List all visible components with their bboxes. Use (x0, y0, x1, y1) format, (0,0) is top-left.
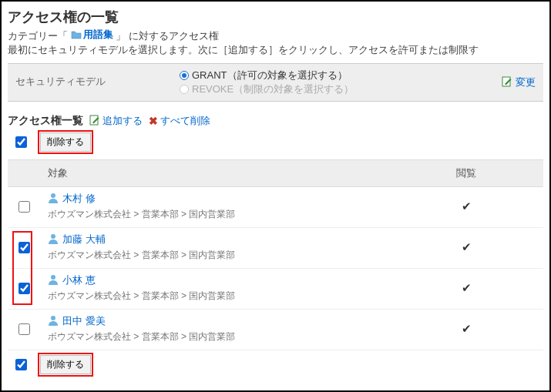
toolbar-top: 削除する (8, 132, 543, 152)
person-icon (48, 233, 59, 246)
security-model-box: セキュリティモデル GRANT（許可の対象を選択する） REVOKE（制限の対象… (8, 63, 543, 102)
svg-point-5 (51, 316, 55, 320)
delete-all-label: すべて削除 (160, 114, 210, 128)
person-icon (48, 315, 59, 328)
target-path: ボウズマン株式会社 > 営業本部 > 国内営業部 (48, 249, 381, 262)
target-link[interactable]: 小林 恵 (48, 273, 96, 287)
highlight-checked-rows (12, 231, 32, 305)
delete-all-link[interactable]: ✖ すべて削除 (149, 114, 210, 128)
folder-icon (71, 30, 82, 39)
delete-button-top[interactable]: 削除する (40, 132, 91, 152)
security-model-revoke-row: REVOKE（制限の対象を選択する） (180, 82, 488, 96)
section-head: アクセス権一覧 追加する ✖ すべて削除 (8, 114, 543, 128)
section-title: アクセス権一覧 (8, 114, 83, 128)
target-name: 田中 愛美 (62, 314, 106, 328)
master-checkbox-bottom[interactable] (15, 359, 27, 370)
subhead-line2: 最初にセキュリティモデルを選択します。次に［追加する］をクリックし、アクセスを許… (8, 44, 479, 55)
view-check-icon: ✔ (462, 199, 472, 213)
page-title: アクセス権の一覧 (8, 8, 543, 26)
security-model-label: セキュリティモデル (8, 64, 173, 101)
target-name: 木村 修 (62, 192, 96, 206)
col-header-view: 閲覧 (389, 160, 543, 187)
svg-point-4 (51, 275, 55, 280)
table-row: 小林 恵ボウズマン株式会社 > 営業本部 > 国内営業部✔ (8, 269, 543, 310)
grant-label: GRANT（許可の対象を選択する） (192, 69, 348, 82)
row-checkbox[interactable] (18, 323, 30, 335)
toolbar-bottom: 削除する (8, 355, 543, 374)
delete-button-bottom[interactable]: 削除する (40, 355, 91, 374)
change-link[interactable]: 変更 (516, 75, 536, 89)
target-link[interactable]: 木村 修 (48, 192, 96, 206)
target-name: 小林 恵 (62, 273, 96, 287)
target-path: ボウズマン株式会社 > 営業本部 > 国内営業部 (48, 330, 381, 343)
svg-point-2 (51, 193, 55, 198)
subhead-suffix: 」 に対するアクセス権 (116, 30, 219, 42)
permissions-table: 対象 閲覧 木村 修ボウズマン株式会社 > 営業本部 > 国内営業部✔加藤 大輔… (8, 159, 543, 350)
radio-grant (180, 71, 189, 80)
add-label: 追加する (102, 114, 143, 128)
category-link[interactable]: 用語集 (71, 28, 113, 42)
person-icon (48, 274, 59, 287)
revoke-label: REVOKE（制限の対象を選択する） (192, 82, 354, 96)
target-path: ボウズマン株式会社 > 営業本部 > 国内営業部 (48, 290, 381, 303)
svg-point-3 (51, 234, 55, 239)
target-path: ボウズマン株式会社 > 営業本部 > 国内営業部 (48, 208, 381, 221)
subhead: カテゴリー「 用語集 」 に対するアクセス権 最初にセキュリティモデルを選択しま… (8, 28, 543, 57)
security-model-grant-row: GRANT（許可の対象を選択する） (180, 69, 488, 82)
target-link[interactable]: 田中 愛美 (48, 314, 106, 328)
add-icon (89, 115, 100, 128)
table-row: 木村 修ボウズマン株式会社 > 営業本部 > 国内営業部✔ (8, 187, 543, 228)
x-icon: ✖ (149, 115, 158, 127)
target-name: 加藤 大輔 (62, 233, 106, 246)
category-name: 用語集 (83, 28, 113, 42)
table-row: 加藤 大輔ボウズマン株式会社 > 営業本部 > 国内営業部✔ (8, 228, 543, 269)
person-icon (48, 193, 59, 206)
col-header-target: 対象 (40, 160, 389, 187)
radio-revoke (180, 85, 189, 94)
subhead-prefix: カテゴリー「 (8, 30, 68, 42)
table-row: 田中 愛美ボウズマン株式会社 > 営業本部 > 国内営業部✔ (8, 310, 543, 350)
view-check-icon: ✔ (462, 240, 472, 253)
master-checkbox-top[interactable] (15, 136, 27, 148)
target-link[interactable]: 加藤 大輔 (48, 233, 106, 246)
add-link[interactable]: 追加する (89, 114, 143, 128)
view-check-icon: ✔ (462, 281, 472, 294)
edit-icon (502, 76, 512, 89)
view-check-icon: ✔ (462, 322, 472, 335)
col-header-checkbox (8, 160, 40, 187)
row-checkbox[interactable] (18, 201, 30, 213)
